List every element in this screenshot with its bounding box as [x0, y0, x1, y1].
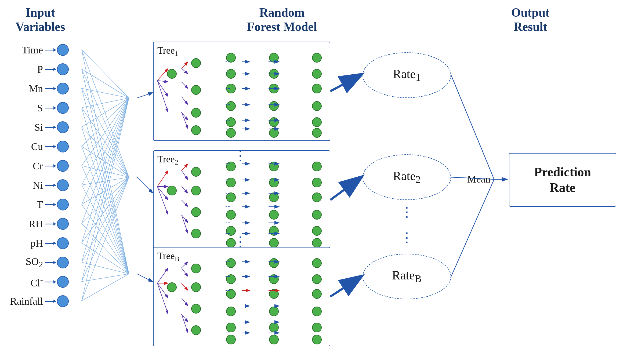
tree-node: [269, 69, 279, 79]
tree-node: [269, 335, 279, 344]
tree-node: [269, 101, 279, 111]
svg-line-17: [82, 98, 129, 282]
tree-node: [191, 264, 201, 273]
tree-node: [191, 304, 201, 314]
list-item: pH: [5, 234, 69, 253]
list-item: Time: [5, 40, 69, 60]
tree-node: [312, 69, 322, 79]
svg-line-43: [82, 243, 129, 274]
svg-line-45: [82, 274, 129, 282]
svg-line-29: [82, 177, 129, 243]
tree-dots: ⋮: [234, 148, 248, 163]
svg-line-20: [82, 69, 129, 177]
arrow-icon: [45, 262, 56, 263]
mean-label: Mean: [467, 173, 491, 185]
svg-line-31: [82, 177, 129, 282]
tree-node: [312, 274, 322, 284]
tree-node: [191, 207, 201, 217]
svg-line-135: [330, 177, 361, 200]
tree-node: [226, 307, 236, 316]
tree-node: [226, 323, 236, 332]
svg-line-9: [82, 98, 129, 127]
svg-line-18: [82, 98, 129, 301]
svg-line-46: [82, 274, 129, 301]
input-node: [57, 199, 69, 210]
tree-node: [191, 229, 201, 238]
tree-node: [312, 162, 322, 171]
input-node: [57, 44, 69, 56]
svg-line-137: [451, 75, 494, 179]
tree-node: [226, 117, 236, 127]
tree-node: [167, 282, 177, 292]
tree-node: [226, 274, 236, 284]
svg-line-33: [82, 50, 129, 274]
arrow-icon: [45, 108, 56, 108]
input-node: [57, 295, 69, 307]
tree-node: [312, 323, 322, 332]
svg-line-21: [82, 88, 129, 177]
tree-node: [226, 84, 236, 93]
svg-line-5: [82, 50, 129, 98]
list-item: Mn: [5, 79, 69, 98]
svg-line-23: [82, 127, 129, 177]
svg-line-36: [82, 108, 129, 274]
tree-node: [226, 101, 236, 111]
tree-node: [226, 53, 236, 63]
arrow-icon: [45, 224, 56, 224]
input-node: [57, 83, 69, 94]
tree-node: [312, 53, 322, 63]
tree-node: [191, 186, 201, 195]
arrow-icon: [45, 166, 56, 166]
list-item: P: [5, 60, 69, 79]
tree-node: [226, 178, 236, 187]
tree-node: [269, 192, 279, 202]
svg-line-40: [82, 185, 129, 274]
input-node: [57, 141, 69, 152]
prediction-rate-box: Prediction Rate: [509, 153, 616, 207]
list-item: SO2: [5, 253, 69, 272]
svg-line-49: [137, 274, 153, 282]
rate-dots: ⋮: [400, 230, 414, 245]
svg-line-30: [82, 177, 129, 262]
input-labels: Time P Mn S Si Cu: [5, 40, 69, 311]
tree-node: [191, 125, 201, 135]
svg-line-37: [82, 127, 129, 274]
rate-b-ellipse: RateB: [363, 254, 451, 299]
tree-node: [226, 210, 236, 220]
svg-line-35: [82, 88, 129, 274]
arrow-icon: [45, 301, 56, 302]
svg-line-136: [330, 276, 361, 297]
list-item: S: [5, 98, 69, 118]
input-node: [57, 160, 69, 172]
tree-node: [167, 186, 177, 195]
svg-line-139: [451, 179, 494, 276]
svg-line-32: [82, 177, 129, 301]
tree-node: [226, 335, 236, 344]
svg-line-41: [82, 204, 129, 274]
svg-line-15: [82, 98, 129, 243]
arrow-icon: [45, 50, 56, 50]
tree-node: [312, 238, 322, 248]
tree-node: [226, 289, 236, 299]
tree-node: [312, 335, 322, 344]
tree-node: [269, 258, 279, 268]
tree-node: [191, 282, 201, 292]
svg-line-14: [82, 98, 129, 224]
svg-line-26: [82, 177, 129, 185]
svg-line-6: [82, 69, 129, 98]
svg-line-25: [82, 166, 129, 177]
tree-node: [312, 128, 322, 138]
svg-line-7: [82, 88, 129, 98]
svg-line-47: [137, 93, 153, 98]
svg-line-28: [82, 177, 129, 224]
tree-node: [269, 307, 279, 316]
arrow-icon: [45, 69, 56, 70]
tree-node: [226, 128, 236, 138]
tree-node: [312, 101, 322, 111]
tree-node: [269, 274, 279, 284]
svg-line-13: [82, 98, 129, 204]
svg-line-16: [82, 98, 129, 262]
tree-node: [167, 69, 177, 79]
arrow-icon: [45, 185, 56, 186]
input-node: [57, 63, 69, 75]
